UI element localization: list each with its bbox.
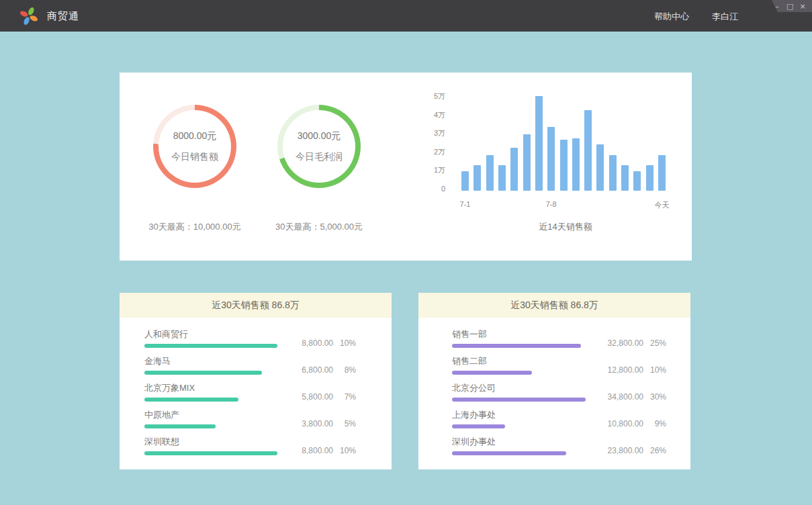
- customer-sales-percent: 7%: [333, 392, 356, 402]
- department-sales-card-title: 近30天销售额 86.8万: [418, 293, 690, 318]
- today-sales-gauge-center: 8000.00元 今日销售额: [159, 110, 231, 183]
- customer-sales-card-title: 近30天销售额 86.8万: [120, 293, 392, 318]
- chart-bar: [535, 96, 543, 191]
- chart-bar: [510, 148, 518, 191]
- department-sales-amount: 10,800.00: [590, 419, 643, 428]
- customer-sales-amount: 8,800.00: [279, 338, 333, 348]
- customer-sales-card: 近30天销售额 86.8万 人和商贸行 8,800.0010% 金海马 6,80…: [120, 293, 392, 469]
- minimize-icon[interactable]: –: [774, 3, 780, 10]
- chart-bar: [658, 155, 666, 191]
- bar-chart-title: 近14天销售额: [461, 221, 670, 233]
- department-sales-bar: [452, 451, 566, 455]
- department-row: 销售二部 12,800.0010%: [452, 356, 666, 375]
- customer-sales-amount: 6,800.00: [279, 365, 333, 375]
- maximize-icon[interactable]: □: [786, 3, 793, 10]
- customer-sales-bar: [144, 371, 262, 375]
- y-tick-label: 2万: [434, 148, 445, 156]
- chart-bar: [646, 165, 653, 191]
- department-sales-percent: 26%: [643, 446, 666, 455]
- department-sales-percent: 9%: [643, 419, 666, 428]
- department-sales-bar: [452, 398, 586, 402]
- chart-bar: [486, 155, 494, 191]
- customer-row: 中原地产 3,800.005%: [144, 410, 356, 428]
- customer-row: 深圳联想 8,800.0010%: [144, 437, 356, 455]
- department-row: 深圳办事处 23,800.0026%: [452, 437, 666, 455]
- today-profit-gauge: 3000.00元 今日毛利润: [277, 105, 361, 188]
- customer-sales-bar: [144, 451, 277, 455]
- customer-sales-bar: [144, 424, 216, 428]
- customer-row: 北京万象MIX 5,800.007%: [144, 383, 356, 402]
- chart-bar: [621, 165, 629, 191]
- department-sales-percent: 10%: [643, 365, 666, 375]
- chart-bar: [473, 165, 481, 191]
- app-title: 商贸通: [47, 10, 79, 23]
- x-tick-label: 7-8: [546, 200, 557, 208]
- chart-bar: [498, 165, 506, 191]
- chart-bar: [560, 140, 568, 191]
- chart-bar: [596, 144, 604, 191]
- x-tick-label: 今天: [655, 200, 670, 210]
- chart-bar: [461, 171, 469, 191]
- department-row: 上海办事处 10,800.009%: [452, 410, 666, 428]
- bar-chart-x-axis: 7-17-8今天: [461, 200, 666, 210]
- customer-sales-percent: 10%: [333, 338, 356, 348]
- customer-sales-amount: 8,800.00: [279, 446, 333, 455]
- department-sales-percent: 25%: [643, 338, 666, 348]
- department-sales-amount: 32,800.00: [590, 338, 643, 348]
- chart-bar: [584, 110, 592, 191]
- x-tick-label: 7-1: [460, 200, 471, 208]
- department-sales-bar: [452, 424, 505, 428]
- customer-sales-percent: 8%: [333, 365, 356, 375]
- user-menu[interactable]: 李白江: [712, 11, 738, 23]
- customer-sales-percent: 10%: [333, 446, 356, 455]
- department-sales-card: 近30天销售额 86.8万 销售一部 32,800.0025% 销售二部 12,…: [418, 293, 690, 469]
- customer-sales-bar: [144, 344, 277, 348]
- customer-row: 人和商贸行 8,800.0010%: [144, 329, 356, 348]
- summary-card: 8000.00元 今日销售额 30天最高：10,000.00元 3000.00元…: [120, 73, 692, 261]
- department-sales-bar: [452, 371, 532, 375]
- department-sales-percent: 30%: [643, 392, 666, 402]
- y-tick-label: 4万: [434, 111, 445, 120]
- today-profit-label: 今日毛利润: [296, 151, 343, 163]
- department-sales-amount: 12,800.00: [590, 365, 643, 375]
- window-controls: – □ ×: [772, 0, 812, 12]
- y-tick-label: 0: [441, 185, 445, 193]
- profit-30day-max: 30天最高：5,000.00元: [245, 221, 393, 233]
- department-sales-amount: 34,800.00: [590, 392, 643, 402]
- today-profit-gauge-center: 3000.00元 今日毛利润: [283, 110, 355, 183]
- customer-sales-amount: 5,800.00: [279, 392, 333, 402]
- chart-bar: [523, 134, 531, 191]
- bar-chart-plot: [461, 97, 666, 191]
- customer-sales-bar: [144, 398, 238, 402]
- customer-row: 金海马 6,800.008%: [144, 356, 356, 375]
- department-sales-bar: [452, 344, 581, 348]
- chart-bar: [609, 155, 617, 191]
- y-tick-label: 5万: [434, 92, 445, 101]
- customer-sales-percent: 5%: [333, 419, 356, 428]
- chart-bar: [633, 171, 641, 191]
- y-tick-label: 1万: [434, 166, 445, 175]
- customer-sales-amount: 3,800.00: [279, 419, 333, 428]
- app-logo-pinwheel-icon: [17, 5, 40, 27]
- bar-chart-y-axis: 5万4万3万2万1万0: [415, 92, 445, 193]
- chart-bar: [572, 138, 580, 191]
- department-row: 北京分公司 34,800.0030%: [452, 383, 666, 402]
- titlebar: 商贸通 帮助中心 李白江 – □ ×: [0, 0, 812, 32]
- department-sales-amount: 23,800.00: [590, 446, 643, 455]
- today-sales-gauge: 8000.00元 今日销售额: [153, 105, 236, 188]
- today-sales-label: 今日销售额: [171, 151, 218, 163]
- today-profit-value: 3000.00元: [298, 130, 341, 142]
- close-icon[interactable]: ×: [799, 3, 806, 10]
- chart-bar: [547, 127, 555, 191]
- department-row: 销售一部 32,800.0025%: [452, 329, 666, 348]
- help-center-link[interactable]: 帮助中心: [654, 11, 689, 23]
- y-tick-label: 3万: [434, 129, 445, 138]
- today-sales-value: 8000.00元: [173, 130, 217, 142]
